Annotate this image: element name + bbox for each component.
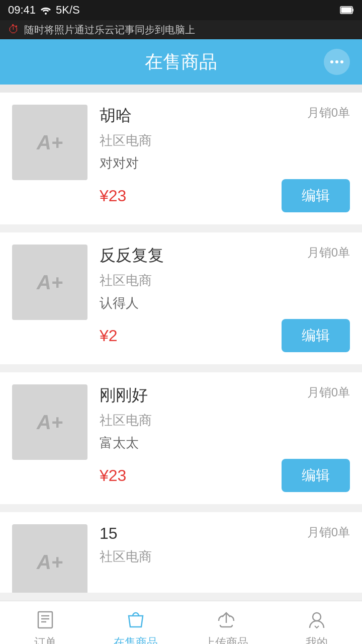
product-list: A+ 胡哈 月销0单 社区电商 对对对 ¥23 编辑 A+ 反反复复 月销0单 … <box>0 93 362 601</box>
product-item-1: A+ 胡哈 月销0单 社区电商 对对对 ¥23 编辑 <box>0 93 362 224</box>
nav-item-upload[interactable]: 上传商品 <box>181 604 272 645</box>
product-image-1: A+ <box>12 105 87 180</box>
product-name-4: 15 <box>100 524 118 543</box>
product-bottom-3: ¥23 编辑 <box>100 459 350 492</box>
product-image-2: A+ <box>12 245 87 320</box>
order-icon <box>33 608 57 632</box>
nav-label-mine: 我的 <box>306 635 328 645</box>
product-price-2: ¥2 <box>100 327 118 345</box>
product-image-placeholder-3: A+ <box>37 411 63 434</box>
battery-icon <box>340 5 354 15</box>
product-item-4: A+ 15 月销0单 社区电商 <box>0 512 362 593</box>
nav-label-selling: 在售商品 <box>114 635 158 645</box>
page-title: 在售商品 <box>145 50 217 74</box>
product-top-4: 15 月销0单 <box>100 524 350 543</box>
svg-point-6 <box>340 60 343 63</box>
user-icon <box>305 608 329 632</box>
product-tag-2: 认得人 <box>100 294 350 312</box>
product-category-3: 社区电商 <box>100 412 350 429</box>
edit-button-3[interactable]: 编辑 <box>282 459 350 492</box>
product-image-placeholder-1: A+ <box>37 131 63 154</box>
product-top-1: 胡哈 月销0单 <box>100 105 350 127</box>
svg-point-0 <box>45 13 47 15</box>
page-header: 在售商品 <box>0 39 362 85</box>
menu-button[interactable] <box>324 49 350 75</box>
wifi-icon <box>40 6 52 15</box>
nav-item-selling[interactable]: 在售商品 <box>90 604 181 645</box>
product-price-1: ¥23 <box>100 187 126 205</box>
product-sales-2: 月销0单 <box>307 245 350 261</box>
product-name-3: 刚刚好 <box>100 384 148 407</box>
nav-label-upload: 上传商品 <box>204 635 248 645</box>
svg-rect-2 <box>352 9 353 12</box>
product-category-2: 社区电商 <box>100 272 350 289</box>
product-price-3: ¥23 <box>100 466 126 485</box>
notif-app-icon: ⏱ <box>8 23 19 36</box>
product-sales-1: 月销0单 <box>307 105 350 121</box>
status-bar: 09:41 5K/S <box>0 0 362 20</box>
product-info-3: 刚刚好 月销0单 社区电商 富太太 ¥23 编辑 <box>100 384 350 492</box>
product-name-1: 胡哈 <box>100 105 132 127</box>
product-sales-4: 月销0单 <box>307 524 350 540</box>
product-bottom-1: ¥23 编辑 <box>100 179 350 212</box>
nav-item-mine[interactable]: 我的 <box>272 604 362 645</box>
product-tag-3: 富太太 <box>100 434 350 452</box>
product-bottom-2: ¥2 编辑 <box>100 319 350 352</box>
svg-point-5 <box>335 60 338 63</box>
nav-label-orders: 订单 <box>34 635 56 645</box>
bag-icon <box>124 608 148 632</box>
svg-point-4 <box>330 60 333 63</box>
svg-rect-7 <box>38 612 52 628</box>
status-right <box>340 5 354 15</box>
status-time: 09:41 <box>8 4 36 17</box>
product-top-2: 反反复复 月销0单 <box>100 245 350 267</box>
product-info-1: 胡哈 月销0单 社区电商 对对对 ¥23 编辑 <box>100 105 350 212</box>
nav-item-orders[interactable]: 订单 <box>0 604 90 645</box>
top-divider <box>0 85 362 93</box>
notif-text: 随时将照片通过乐云记事同步到电脑上 <box>24 23 195 37</box>
product-name-2: 反反复复 <box>100 245 164 267</box>
product-sales-3: 月销0单 <box>307 384 350 400</box>
svg-point-11 <box>313 613 321 621</box>
product-tag-1: 对对对 <box>100 154 350 172</box>
product-image-placeholder-4: A+ <box>37 551 63 574</box>
ellipsis-icon <box>329 54 344 69</box>
product-item-3: A+ 刚刚好 月销0单 社区电商 富太太 ¥23 编辑 <box>0 372 362 504</box>
product-image-4: A+ <box>12 524 87 593</box>
product-image-3: A+ <box>12 384 87 460</box>
product-item-2: A+ 反反复复 月销0单 社区电商 认得人 ¥2 编辑 <box>0 232 362 364</box>
svg-rect-3 <box>341 8 352 13</box>
product-info-4: 15 月销0单 社区电商 <box>100 524 350 566</box>
network-speed: 5K/S <box>56 4 80 17</box>
product-image-placeholder-2: A+ <box>37 271 63 294</box>
product-info-2: 反反复复 月销0单 社区电商 认得人 ¥2 编辑 <box>100 245 350 352</box>
upload-icon <box>214 608 238 632</box>
edit-button-1[interactable]: 编辑 <box>282 179 350 212</box>
bottom-navigation: 订单 在售商品 上传商品 <box>0 601 362 644</box>
status-left: 09:41 5K/S <box>8 4 80 17</box>
product-category-4: 社区电商 <box>100 548 350 566</box>
notification-bar: ⏱ 随时将照片通过乐云记事同步到电脑上 <box>0 20 362 39</box>
product-category-1: 社区电商 <box>100 132 350 149</box>
product-top-3: 刚刚好 月销0单 <box>100 384 350 407</box>
edit-button-2[interactable]: 编辑 <box>282 319 350 352</box>
